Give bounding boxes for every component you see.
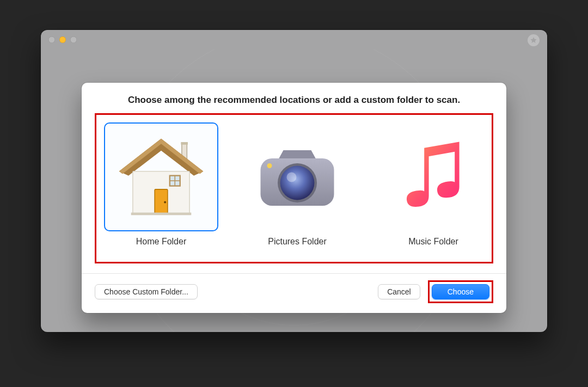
- svg-rect-1: [181, 142, 188, 145]
- svg-point-14: [280, 165, 315, 200]
- camera-icon: [240, 122, 354, 231]
- option-music-folder[interactable]: Music Folder: [373, 119, 494, 250]
- home-icon: [104, 122, 218, 231]
- svg-point-15: [287, 172, 297, 182]
- svg-point-12: [267, 163, 272, 168]
- option-label: Music Folder: [408, 237, 458, 247]
- options-annotation-box: Home Folder: [95, 113, 493, 263]
- choose-button[interactable]: Choose: [432, 284, 489, 299]
- star-icon[interactable]: [528, 34, 540, 46]
- music-icon: [376, 122, 491, 231]
- scan-location-dialog: Choose among the recommended locations o…: [82, 83, 506, 313]
- dialog-title: Choose among the recommended locations o…: [95, 95, 493, 106]
- choose-custom-folder-button[interactable]: Choose Custom Folder...: [95, 284, 198, 299]
- option-pictures-folder[interactable]: Pictures Folder: [237, 119, 358, 250]
- button-row: Choose Custom Folder... Cancel Choose: [95, 280, 493, 303]
- svg-point-9: [164, 201, 166, 204]
- app-window: Choose among the recommended locations o…: [41, 30, 547, 332]
- minimize-window-button[interactable]: [59, 36, 66, 43]
- choose-annotation-box: Choose: [428, 280, 493, 303]
- svg-rect-10: [131, 213, 192, 216]
- option-home-folder[interactable]: Home Folder: [101, 119, 222, 250]
- cancel-button[interactable]: Cancel: [378, 284, 420, 299]
- separator: [82, 273, 506, 274]
- titlebar: [41, 30, 547, 50]
- close-window-button[interactable]: [48, 36, 55, 43]
- maximize-window-button[interactable]: [70, 36, 77, 43]
- svg-marker-2: [119, 139, 204, 176]
- option-label: Home Folder: [136, 237, 186, 247]
- traffic-lights: [48, 36, 77, 43]
- option-label: Pictures Folder: [268, 237, 327, 247]
